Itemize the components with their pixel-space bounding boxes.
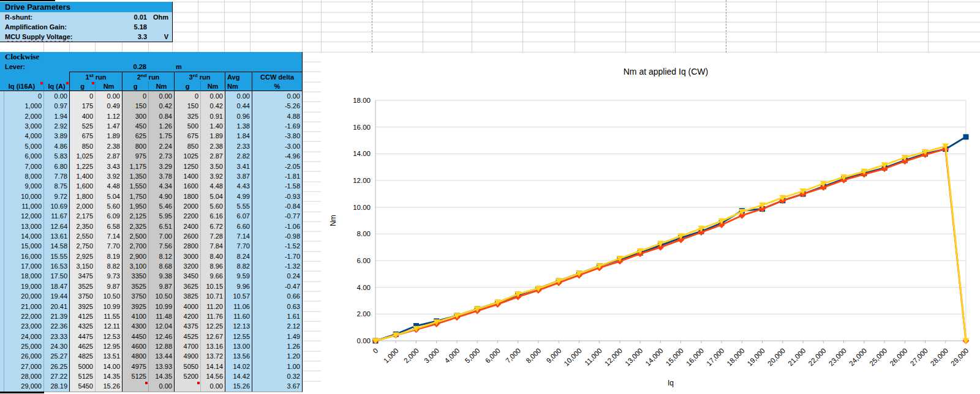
- table-cell[interactable]: 3.89: [43, 131, 69, 141]
- table-cell[interactable]: 16.53: [43, 261, 69, 271]
- table-cell[interactable]: 0.00: [200, 381, 225, 391]
- table-cell[interactable]: 11.60: [225, 311, 252, 321]
- table-cell[interactable]: 7.00: [148, 231, 174, 241]
- table-cell[interactable]: 3450: [174, 271, 200, 281]
- table-cell[interactable]: 22,000: [4, 311, 43, 321]
- table-cell[interactable]: 850: [69, 141, 95, 151]
- table-cell[interactable]: 11.55: [95, 311, 122, 321]
- table-cell[interactable]: 4900: [174, 351, 200, 361]
- table-cell[interactable]: 9.73: [95, 271, 122, 281]
- table-cell[interactable]: 4325: [69, 321, 95, 331]
- table-cell[interactable]: 12.46: [148, 332, 174, 341]
- row-edge-cell[interactable]: [0, 201, 4, 211]
- row-edge-cell[interactable]: [0, 162, 4, 171]
- table-cell[interactable]: 15.55: [43, 251, 69, 261]
- col-header-pct[interactable]: %: [252, 81, 302, 91]
- table-cell[interactable]: 13.61: [43, 231, 69, 241]
- table-cell[interactable]: 12.04: [148, 321, 174, 331]
- table-cell[interactable]: 0.00: [200, 91, 225, 101]
- table-cell[interactable]: 14.35: [148, 371, 174, 381]
- table-cell[interactable]: 5.60: [95, 201, 122, 211]
- table-cell[interactable]: 1.38: [225, 121, 252, 131]
- table-cell[interactable]: 6.51: [148, 221, 174, 231]
- table-cell[interactable]: 3,150: [69, 261, 95, 271]
- table-cell[interactable]: -1.52: [252, 241, 302, 251]
- table-cell[interactable]: 10.71: [200, 291, 225, 301]
- table-cell[interactable]: 10.69: [43, 201, 69, 211]
- table-cell[interactable]: 14.00: [95, 362, 122, 371]
- col-header-nm-run3[interactable]: Nm: [200, 81, 225, 91]
- table-cell[interactable]: 13.16: [200, 341, 225, 351]
- table-cell[interactable]: 14.58: [43, 241, 69, 251]
- table-cell[interactable]: 10.15: [200, 281, 225, 291]
- table-cell[interactable]: 4100: [122, 311, 148, 321]
- table-cell[interactable]: 0.42: [148, 101, 174, 111]
- run1-header[interactable]: 1st run: [69, 72, 122, 81]
- table-cell[interactable]: 28.19: [43, 381, 69, 391]
- table-cell[interactable]: 14.42: [225, 371, 252, 381]
- table-cell[interactable]: 0.32: [252, 371, 302, 381]
- table-cell[interactable]: 2.33: [225, 141, 252, 151]
- table-cell[interactable]: 2.92: [43, 121, 69, 131]
- table-cell[interactable]: 675: [69, 131, 95, 141]
- table-cell[interactable]: 4.88: [252, 111, 302, 121]
- table-cell[interactable]: 300: [122, 111, 148, 121]
- table-cell[interactable]: -0.47: [252, 281, 302, 291]
- table-cell[interactable]: 0: [174, 91, 200, 101]
- table-cell[interactable]: 9.87: [148, 281, 174, 291]
- table-cell[interactable]: 800: [122, 141, 148, 151]
- table-cell[interactable]: 5.55: [225, 201, 252, 211]
- table-cell[interactable]: 29,000: [4, 381, 43, 391]
- row-edge-cell[interactable]: [0, 332, 4, 341]
- table-cell[interactable]: 20,000: [4, 291, 43, 301]
- table-cell[interactable]: 6.09: [95, 211, 122, 221]
- table-cell[interactable]: 5125: [122, 371, 148, 381]
- table-cell[interactable]: -1.81: [252, 171, 302, 181]
- table-cell[interactable]: 2,325: [122, 221, 148, 231]
- row-edge-cell[interactable]: [0, 241, 4, 251]
- table-cell[interactable]: 5.04: [200, 191, 225, 201]
- table-cell[interactable]: 975: [122, 151, 148, 161]
- table-cell[interactable]: 3525: [69, 281, 95, 291]
- table-cell[interactable]: 24.30: [43, 341, 69, 351]
- table-cell[interactable]: 11.67: [43, 211, 69, 221]
- table-cell[interactable]: 1800: [174, 191, 200, 201]
- table-cell[interactable]: 25,000: [4, 341, 43, 351]
- table-cell[interactable]: 3825: [174, 291, 200, 301]
- table-cell[interactable]: 13.44: [148, 351, 174, 361]
- table-cell[interactable]: 9.38: [148, 271, 174, 281]
- table-cell[interactable]: 4.86: [43, 141, 69, 151]
- table-cell[interactable]: 3.41: [225, 162, 252, 171]
- table-cell[interactable]: 175: [69, 101, 95, 111]
- table-cell[interactable]: 9.96: [225, 281, 252, 291]
- table-cell[interactable]: 4.90: [148, 191, 174, 201]
- amp-gain-label[interactable]: Amplification Gain:: [0, 22, 122, 32]
- table-cell[interactable]: 7.70: [95, 241, 122, 251]
- table-cell[interactable]: 12.55: [225, 332, 252, 341]
- table-cell[interactable]: 2,550: [69, 231, 95, 241]
- table-cell[interactable]: 12.13: [225, 321, 252, 331]
- table-cell[interactable]: 12.67: [200, 332, 225, 341]
- table-cell[interactable]: 0.00: [225, 91, 252, 101]
- table-cell[interactable]: 16,000: [4, 251, 43, 261]
- table-cell[interactable]: 4,000: [4, 131, 43, 141]
- table-cell[interactable]: 6.80: [43, 162, 69, 171]
- rshunt-value[interactable]: 0.01: [122, 12, 148, 22]
- table-cell[interactable]: 4.48: [95, 181, 122, 191]
- table-cell[interactable]: 3,000: [4, 121, 43, 131]
- table-cell[interactable]: 25.27: [43, 351, 69, 361]
- table-cell[interactable]: 10.50: [148, 291, 174, 301]
- table-cell[interactable]: 0.00: [252, 91, 302, 101]
- rshunt-unit[interactable]: Ohm: [148, 12, 172, 22]
- table-cell[interactable]: 6.16: [200, 211, 225, 221]
- table-cell[interactable]: 12.64: [43, 221, 69, 231]
- table-cell[interactable]: 0.96: [225, 111, 252, 121]
- col-header-iq-i16a[interactable]: Iq (i16A): [0, 81, 43, 91]
- table-cell[interactable]: 5050: [174, 362, 200, 371]
- table-cell[interactable]: 3475: [69, 271, 95, 281]
- row-edge-cell[interactable]: [0, 121, 4, 131]
- table-cell[interactable]: 1.61: [252, 311, 302, 321]
- table-cell[interactable]: 5,000: [4, 141, 43, 151]
- lever-unit[interactable]: m: [174, 62, 200, 72]
- table-cell[interactable]: 5200: [174, 371, 200, 381]
